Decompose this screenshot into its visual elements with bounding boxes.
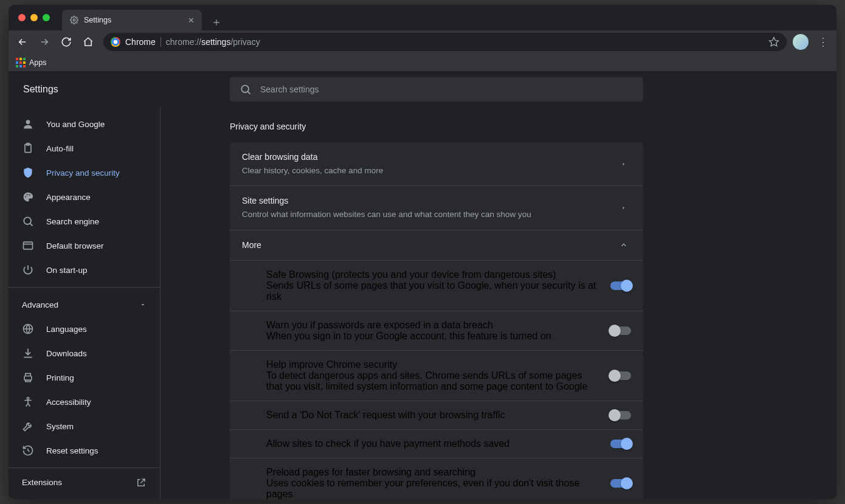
window-icon <box>22 240 34 252</box>
kebab-menu-button[interactable]: ⋮ <box>815 33 832 50</box>
title-bar: Settings ✕ ＋ <box>9 5 836 30</box>
advanced-label: Advanced <box>22 300 58 309</box>
row-subtitle: To detect dangerous apps and sites, Chro… <box>266 370 601 392</box>
sidebar-item-downloads[interactable]: Downloads <box>9 341 160 365</box>
row-title: Warn you if passwords are exposed in a d… <box>266 320 601 331</box>
page-body: You and Google Auto-fill Privacy and sec… <box>9 107 836 499</box>
tab-strip: Settings ✕ ＋ <box>62 5 225 30</box>
sidebar-item-you-and-google[interactable]: You and Google <box>9 112 160 136</box>
toggle-help-improve-security[interactable] <box>610 371 631 380</box>
settings-card: Clear browsing data Clear history, cooki… <box>230 142 643 499</box>
chevron-up-icon <box>616 241 631 249</box>
search-icon <box>22 215 34 227</box>
svg-point-8 <box>29 195 30 196</box>
new-tab-button[interactable]: ＋ <box>208 13 225 30</box>
section-title: Privacy and security <box>230 107 643 142</box>
settings-content[interactable]: Privacy and security Clear browsing data… <box>160 107 836 499</box>
profile-avatar[interactable] <box>793 34 809 50</box>
row-title: Allow sites to check if you have payment… <box>266 438 601 449</box>
sidebar-item-label: You and Google <box>46 120 105 129</box>
palette-icon <box>22 191 34 203</box>
sidebar-item-appearance[interactable]: Appearance <box>9 185 160 209</box>
bookmarks-bar: Apps <box>9 54 836 72</box>
page-header: Settings <box>9 72 836 107</box>
toggle-preload-pages[interactable] <box>610 479 631 488</box>
browser-window: Settings ✕ ＋ Chrome chrome://settings/pr… <box>9 5 836 499</box>
home-button[interactable] <box>79 33 97 51</box>
window-minimize-button[interactable] <box>30 14 38 21</box>
reload-button[interactable] <box>57 33 75 51</box>
row-site-settings[interactable]: Site settings Control what information w… <box>230 185 643 229</box>
sidebar-item-languages[interactable]: Languages <box>9 317 160 341</box>
window-maximize-button[interactable] <box>43 14 50 21</box>
toggle-payment-methods[interactable] <box>610 440 631 448</box>
toggle-password-breach[interactable] <box>610 326 631 335</box>
row-subtitle: Uses cookies to remember your preference… <box>266 478 601 500</box>
svg-marker-1 <box>770 38 779 46</box>
settings-search-box[interactable] <box>230 77 643 102</box>
row-safe-browsing: Safe Browsing (protects you and your dev… <box>230 260 643 311</box>
forward-button[interactable] <box>35 33 53 51</box>
sidebar-item-label: On start-up <box>46 266 88 275</box>
address-bar[interactable]: Chrome chrome://settings/privacy <box>103 33 787 51</box>
browser-toolbar: Chrome chrome://settings/privacy ⋮ <box>9 30 836 54</box>
sidebar-item-default-browser[interactable]: Default browser <box>9 233 160 258</box>
row-preload-pages: Preload pages for faster browsing and se… <box>230 458 643 500</box>
sidebar-item-on-startup[interactable]: On start-up <box>9 258 160 282</box>
search-input[interactable] <box>260 85 633 94</box>
apps-shortcut[interactable]: Apps <box>16 58 47 67</box>
toggle-do-not-track[interactable] <box>610 411 631 419</box>
svg-point-0 <box>73 19 75 21</box>
url-text: chrome://settings/privacy <box>166 37 260 47</box>
restore-icon <box>22 444 34 457</box>
sidebar-item-accessibility[interactable]: Accessibility <box>9 390 160 414</box>
sidebar-item-privacy-security[interactable]: Privacy and security <box>9 161 160 185</box>
gear-icon <box>69 15 79 25</box>
row-title: Help improve Chrome security <box>266 359 601 370</box>
svg-point-13 <box>27 398 29 399</box>
divider <box>160 37 161 47</box>
row-do-not-track: Send a 'Do Not Track' request with your … <box>230 401 643 429</box>
sidebar-item-reset[interactable]: Reset settings <box>9 438 160 463</box>
row-title: Send a 'Do Not Track' request with your … <box>266 410 601 421</box>
open-external-icon <box>136 477 147 488</box>
chevron-right-icon <box>616 204 631 212</box>
settings-sidebar: You and Google Auto-fill Privacy and sec… <box>9 107 160 499</box>
chrome-icon <box>111 37 120 47</box>
user-icon <box>22 118 34 130</box>
row-subtitle: Clear history, cookies, cache and more <box>242 165 616 177</box>
globe-icon <box>22 323 34 335</box>
svg-rect-10 <box>24 242 33 249</box>
sidebar-item-label: System <box>46 422 74 431</box>
browser-tab-settings[interactable]: Settings ✕ <box>62 10 202 30</box>
row-title: More <box>242 239 616 252</box>
sidebar-item-label: Languages <box>46 325 87 334</box>
sidebar-item-autofill[interactable]: Auto-fill <box>9 136 160 161</box>
tab-title: Settings <box>84 16 183 24</box>
back-button[interactable] <box>13 33 32 51</box>
url-origin-label: Chrome <box>125 37 156 47</box>
window-close-button[interactable] <box>18 14 26 21</box>
row-title: Clear browsing data <box>242 151 616 164</box>
sidebar-item-label: Privacy and security <box>46 168 120 178</box>
sidebar-item-label: Appearance <box>46 193 91 202</box>
wrench-icon <box>22 420 34 432</box>
svg-point-3 <box>26 120 30 124</box>
bookmark-star-icon[interactable] <box>768 36 779 47</box>
sidebar-item-printing[interactable]: Printing <box>9 365 160 390</box>
sidebar-item-system[interactable]: System <box>9 414 160 438</box>
window-controls <box>9 14 50 21</box>
sidebar-item-search-engine[interactable]: Search engine <box>9 209 160 233</box>
toggle-safe-browsing[interactable] <box>610 281 631 290</box>
row-subtitle: Sends URLs of some pages that you visit … <box>266 280 601 302</box>
shield-icon <box>22 167 34 179</box>
row-clear-browsing-data[interactable]: Clear browsing data Clear history, cooki… <box>230 142 643 185</box>
sidebar-advanced-toggle[interactable]: Advanced <box>9 292 160 317</box>
clipboard-icon <box>22 142 34 154</box>
row-more-toggle[interactable]: More <box>230 230 643 260</box>
sidebar-item-label: Default browser <box>46 241 104 250</box>
extensions-label: Extensions <box>22 478 62 487</box>
sidebar-item-extensions[interactable]: Extensions <box>9 468 160 497</box>
tab-close-button[interactable]: ✕ <box>188 16 195 25</box>
row-subtitle: When you sign in to your Google account,… <box>266 331 601 342</box>
